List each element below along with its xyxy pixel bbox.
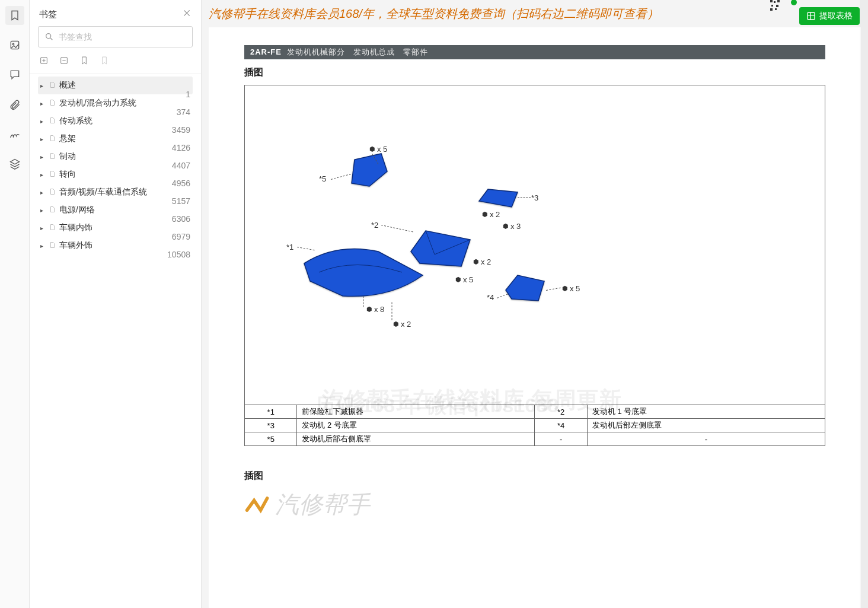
watermark-logo: 汽修帮手 [244,488,825,521]
part-5 [346,151,393,195]
comments-icon[interactable] [5,65,24,84]
tree-label: 电源/网络 [59,205,190,215]
tree-label: 悬架 [59,133,190,144]
part-3 [476,186,524,212]
add-bookmark-icon[interactable] [39,56,49,68]
search-input[interactable] [59,32,186,42]
tree-item-engine[interactable]: ▸ 发动机/混合动力系统 374 [38,94,193,112]
cell-desc: 发动机后部右侧底罩 [297,432,535,446]
table-icon [806,11,816,21]
tree-item-exterior[interactable]: ▸ 车辆外饰 10508 [38,237,193,254]
bolt-count: x 5 [455,275,473,284]
bolt-count: x 2 [393,320,411,329]
tree-item-transmission[interactable]: ▸ 传动系统 3459 [38,112,193,130]
table-row: *5 发动机后部右侧底罩 - - [245,432,825,446]
cell-desc: - [587,432,825,446]
chevron-right-icon: ▸ [40,118,46,125]
tree-label: 转向 [59,169,190,180]
tree-item-overview[interactable]: ▸ 概述 1 [38,77,193,94]
page-icon [49,81,59,91]
bolt-count: x 3 [503,222,521,231]
chevron-right-icon: ▸ [40,189,46,196]
tree-label: 概述 [59,80,190,91]
search-icon [44,32,54,42]
chevron-right-icon: ▸ [40,154,46,160]
tree-item-brake[interactable]: ▸ 制动 4407 [38,148,193,165]
panel-title: 书签 [39,9,57,20]
bolt-count: x 5 [562,284,580,293]
bookmark-tree: ▸ 概述 1 ▸ 发动机/混合动力系统 374 ▸ 传动系统 3459 ▸ 悬架… [30,74,201,608]
chevron-right-icon: ▸ [40,100,46,107]
cell-desc: 发动机 2 号底罩 [297,419,535,432]
callout-5: *5 [319,174,326,183]
tree-label: 发动机/混合动力系统 [59,98,190,109]
parts-table: *1 前保险杠下减振器 *2 发动机 1 号底罩 *3 发动机 2 号底罩 *4… [244,405,825,446]
page-icon [49,116,59,126]
chevron-right-icon: ▸ [40,207,46,214]
callout-1: *1 [286,243,293,252]
extract-button-label: 提取表格 [819,11,853,21]
section-title: 插图 [244,66,825,79]
expand-bookmark-icon[interactable] [59,56,69,68]
close-icon[interactable] [182,8,192,20]
bookmarks-icon[interactable] [5,6,24,25]
callout-4: *4 [487,293,494,302]
scrollbar[interactable] [860,0,868,608]
tree-item-interior[interactable]: ▸ 车辆内饰 6979 [38,219,193,237]
cell-desc: 前保险杠下减振器 [297,405,535,419]
cell-num: *1 [245,405,297,419]
chevron-right-icon: ▸ [40,171,46,178]
tree-label: 车辆内饰 [59,222,190,233]
header-sec2: 发动机总成 [353,47,395,56]
page-content[interactable]: 2AR-FE 发动机机械部分 发动机总成 零部件 插图 *5 x 5 *3 x … [209,27,861,608]
cell-num: *4 [535,419,587,432]
bookmark-outline-icon[interactable] [100,56,109,68]
document-viewport[interactable]: 汽修帮手在线资料库会员168/年，全球车型资料免费查询（扫码右边二维码即可查看）… [202,0,868,608]
table-row: *1 前保险杠下减振器 *2 发动机 1 号底罩 [245,405,825,419]
callout-3: *3 [531,193,538,202]
tree-page: 10508 [167,250,190,259]
section-title-2: 插图 [244,470,825,482]
attachments-icon[interactable] [5,95,24,114]
bolt-count: x 2 [482,210,500,219]
callout-2: *2 [371,221,378,230]
tree-label: 传动系统 [59,116,190,126]
tree-label: 音频/视频/车载通信系统 [59,187,190,198]
tree-item-suspension[interactable]: ▸ 悬架 4126 [38,130,193,148]
bolt-count: x 5 [369,145,387,154]
tree-item-power[interactable]: ▸ 电源/网络 6306 [38,201,193,219]
icon-rail [0,0,30,608]
chevron-right-icon: ▸ [40,225,46,231]
cell-desc: 发动机 1 号底罩 [587,405,825,419]
thumbnails-icon[interactable] [5,36,24,55]
svg-point-2 [46,34,51,39]
chevron-right-icon: ▸ [40,136,46,142]
bolt-count: x 8 [366,305,384,314]
page-icon [49,223,59,233]
tree-item-audio[interactable]: ▸ 音频/视频/车载通信系统 5157 [38,183,193,201]
header-sec3: 零部件 [403,47,428,56]
layers-icon[interactable] [5,154,24,173]
cell-num: *3 [245,419,297,432]
top-banner: 汽修帮手在线资料库会员168/年，全球车型资料免费查询（扫码右边二维码即可查看） [202,0,868,27]
extract-table-button[interactable]: 提取表格 [799,7,860,25]
chevron-right-icon: ▸ [40,82,46,89]
engine-code: 2AR-FE [250,47,282,56]
bookmark-icon[interactable] [79,56,89,68]
bolt-count: x 2 [473,257,491,266]
page-icon [49,152,59,162]
page-icon [49,205,59,215]
tree-item-steering[interactable]: ▸ 转向 4956 [38,165,193,183]
signature-icon[interactable] [5,125,24,144]
page-icon [49,170,59,180]
header-sec1: 发动机机械部分 [287,47,345,56]
cell-num: - [535,432,587,446]
tree-label: 制动 [59,151,190,162]
banner-text: 汽修帮手在线资料库会员168/年，全球车型资料免费查询（扫码右边二维码即可查看） [202,6,659,22]
page-icon [49,187,59,198]
chevron-right-icon: ▸ [40,243,46,249]
table-row: *3 发动机 2 号底罩 *4 发动机后部左侧底罩 [245,419,825,432]
bookmark-search[interactable] [38,26,193,47]
page-icon [49,241,59,251]
cell-desc: 发动机后部左侧底罩 [587,419,825,432]
